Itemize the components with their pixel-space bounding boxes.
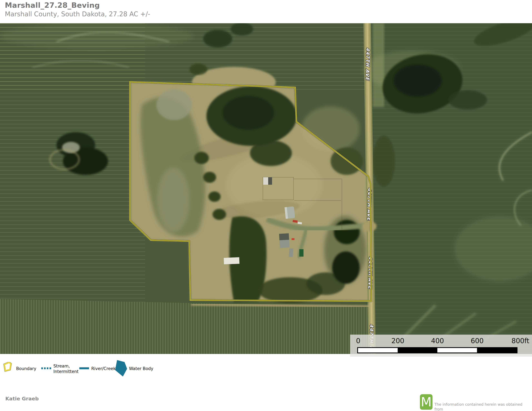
scale-tick-0: 0: [356, 337, 361, 345]
legend-label-boundary: Boundary: [16, 366, 36, 371]
mapright-logo-letter: M: [421, 396, 432, 408]
map-export-page: Marshall_27.28_Beving Marshall County, S…: [0, 0, 532, 411]
water-body-legend-icon: [114, 359, 128, 377]
page-subtitle: Marshall County, South Dakota, 27.28 AC …: [5, 10, 150, 18]
green-harvester: [299, 249, 304, 257]
scale-bar: [357, 347, 517, 353]
disclaimer-text: The information contained herein was obt…: [434, 392, 531, 411]
gray-trailer: [289, 248, 293, 257]
scale-tick-600: 600: [471, 337, 484, 345]
legend-label-water: Water Body: [129, 366, 153, 371]
legend-label-river: River/Creek: [91, 366, 116, 371]
legend-label-stream-1: Stream,: [53, 364, 70, 368]
page-title: Marshall_27.28_Beving: [5, 1, 100, 9]
barn: [224, 257, 239, 264]
river-legend-icon: [79, 367, 89, 369]
author-name: Katie Graeb: [5, 396, 39, 402]
satellite-map: 447TH AVE 447TH AVE 447TH AVE 447TH AVE: [0, 23, 532, 354]
stream-legend-icon: [41, 367, 52, 369]
mapright-logo: M: [420, 394, 433, 410]
road-label: 447TH AVE: [365, 47, 371, 81]
legend-label-stream-2: Intermittent: [53, 369, 78, 374]
boundary-legend-icon: [3, 362, 12, 372]
red-implement: [292, 238, 294, 240]
disclaimer-line: The information contained herein was obt…: [434, 402, 531, 411]
scale-bar-panel: 0 200 400 600 800ft: [350, 335, 532, 357]
scale-tick-400: 400: [431, 337, 444, 345]
scale-tick-200: 200: [391, 337, 404, 345]
house: [279, 233, 290, 248]
scale-tick-800ft: 800ft: [512, 337, 529, 345]
shed: [263, 177, 272, 185]
